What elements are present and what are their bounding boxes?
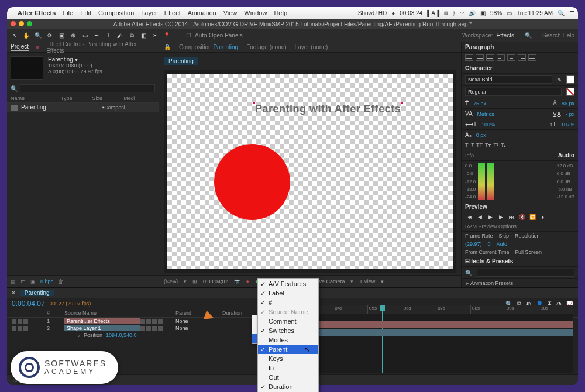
- playhead[interactable]: [382, 305, 383, 373]
- text-layer[interactable]: Parenting with After Effects: [255, 103, 401, 115]
- submenu-in[interactable]: In: [258, 363, 318, 373]
- mute-button[interactable]: 🔇: [518, 214, 526, 221]
- bpc-button[interactable]: 8 bpc: [40, 278, 53, 284]
- shape-tool[interactable]: ▭: [81, 32, 89, 40]
- tab-effect-controls[interactable]: Effect Controls Parenting with After Eff…: [46, 41, 155, 54]
- timeline-col[interactable]: [12, 310, 47, 316]
- tab-layer[interactable]: Layer (none): [295, 44, 328, 50]
- prev-frame-button[interactable]: ◀: [476, 214, 484, 221]
- kerning-field[interactable]: Metrics: [477, 111, 494, 117]
- parent-dropdown[interactable]: None: [176, 318, 222, 324]
- lock-icon[interactable]: 🔒: [164, 44, 171, 50]
- stroke-swatch[interactable]: [566, 88, 574, 96]
- align-right-icon[interactable]: [486, 54, 494, 61]
- notifications-icon[interactable]: ☰: [569, 10, 574, 16]
- views-dropdown[interactable]: 1 View: [359, 278, 375, 284]
- resolution-field[interactable]: Auto: [497, 241, 508, 247]
- justify-right-icon[interactable]: [518, 54, 526, 61]
- comp-breadcrumb[interactable]: Parenting: [164, 57, 198, 65]
- loop-button[interactable]: 🔁: [528, 214, 536, 221]
- subscript-button[interactable]: T₁: [501, 142, 507, 148]
- menu-layer[interactable]: Layer: [141, 9, 157, 16]
- current-time-field[interactable]: 0:00:04:07: [12, 300, 45, 308]
- wifi-icon[interactable]: ⌔: [460, 10, 464, 16]
- menu-window[interactable]: Window: [244, 9, 267, 16]
- next-frame-button[interactable]: ▶: [497, 214, 505, 221]
- font-style-dropdown[interactable]: Regular: [465, 88, 562, 96]
- selection-tool[interactable]: ↖: [11, 32, 19, 40]
- display-icon[interactable]: ▣: [480, 10, 486, 16]
- vscale-field[interactable]: 107%: [561, 122, 574, 128]
- rotate-tool[interactable]: ⟳: [46, 32, 54, 40]
- panel-character[interactable]: Character: [465, 65, 493, 71]
- adobe-icon[interactable]: ▌A▐: [427, 10, 439, 16]
- project-col[interactable]: Type: [61, 95, 92, 101]
- italic-button[interactable]: T: [471, 142, 474, 148]
- clone-tool[interactable]: ⧉: [128, 32, 136, 40]
- layer-name[interactable]: Shape Layer 1: [64, 325, 140, 331]
- eyedropper-icon[interactable]: ✎: [557, 77, 562, 83]
- justify-center-icon[interactable]: [507, 54, 515, 61]
- full-screen-check[interactable]: Full Screen: [515, 249, 542, 255]
- timeline-col[interactable]: Source Name: [64, 310, 140, 316]
- justify-all-icon[interactable]: [528, 54, 536, 61]
- submenu-switches[interactable]: Switches: [258, 326, 318, 335]
- menu-animation[interactable]: Animation: [188, 9, 216, 16]
- project-item[interactable]: Parenting ▪ Composi...: [7, 103, 159, 112]
- ram-options-dropdown[interactable]: RAM Preview Options: [465, 223, 517, 229]
- snapshot-icon[interactable]: 📷: [234, 278, 240, 284]
- panel-preview[interactable]: Preview: [465, 204, 487, 210]
- panel-info[interactable]: Info: [465, 153, 474, 159]
- project-col[interactable]: Medi: [123, 95, 155, 101]
- pan-behind-tool[interactable]: ⊕: [69, 32, 77, 40]
- roto-tool[interactable]: ✂: [151, 32, 159, 40]
- align-left-icon[interactable]: [465, 54, 473, 61]
- menu-view[interactable]: View: [223, 9, 238, 16]
- timeline-col[interactable]: [140, 310, 176, 316]
- solo-toggle[interactable]: [23, 319, 28, 324]
- timecode-display[interactable]: 0;00;04;07: [203, 278, 228, 284]
- menu-file[interactable]: File: [63, 9, 73, 16]
- dropbox-icon[interactable]: ⧈: [444, 9, 448, 16]
- ruler-icon[interactable]: ⊞: [192, 278, 197, 284]
- tab-footage[interactable]: Footage (none): [246, 44, 286, 50]
- camera-tool[interactable]: ▣: [57, 32, 66, 40]
- submenu-out[interactable]: Out: [258, 373, 318, 382]
- parent-dropdown[interactable]: None: [176, 325, 222, 331]
- window-minimize[interactable]: [19, 21, 24, 26]
- justify-left-icon[interactable]: [497, 54, 505, 61]
- layer-name[interactable]: Parenti...er Effects: [64, 318, 140, 324]
- channel-icon[interactable]: ●: [246, 278, 249, 284]
- menu-effect[interactable]: Effect: [164, 9, 181, 16]
- hscale-field[interactable]: 100%: [481, 122, 495, 128]
- align-center-icon[interactable]: [476, 54, 484, 61]
- spotlight-icon[interactable]: 🔍: [558, 10, 565, 16]
- workspace-dropdown[interactable]: Effects: [497, 32, 514, 39]
- zoom-dropdown[interactable]: (63%): [164, 278, 178, 284]
- audio-toggle[interactable]: [18, 319, 22, 324]
- window-maximize[interactable]: [27, 21, 32, 26]
- comp-thumbnail[interactable]: [11, 56, 43, 80]
- baseline-field[interactable]: 0 px: [476, 132, 486, 138]
- submenu-duration[interactable]: Duration: [258, 382, 318, 391]
- smallcaps-button[interactable]: Tᴛ: [485, 142, 491, 148]
- bold-button[interactable]: T: [465, 142, 469, 148]
- interpret-icon[interactable]: ▤: [11, 278, 16, 284]
- timeline-col[interactable]: Parent: [176, 310, 222, 316]
- submenu-keys[interactable]: Keys: [258, 354, 318, 363]
- submenu-label[interactable]: Label: [258, 288, 318, 298]
- new-comp-icon[interactable]: ▣: [30, 278, 36, 284]
- app-menu[interactable]: After Effects: [18, 9, 56, 16]
- hand-tool[interactable]: ✋: [22, 32, 30, 40]
- composition-viewer[interactable]: Parenting with After Effects: [164, 70, 456, 273]
- project-col[interactable]: Name: [11, 95, 61, 101]
- brush-tool[interactable]: 🖌: [116, 32, 124, 40]
- bluetooth-icon[interactable]: ᛒ: [452, 10, 456, 16]
- submenu-a-v-features[interactable]: A/V Features: [258, 279, 318, 288]
- skip-field[interactable]: 0: [488, 241, 491, 247]
- font-size-field[interactable]: 75 px: [473, 101, 486, 106]
- effects-search-input[interactable]: [477, 269, 574, 277]
- menu-edit[interactable]: Edit: [80, 9, 91, 16]
- project-col[interactable]: Size: [92, 95, 124, 101]
- auto-open-panels-check[interactable]: Auto-Open Panels: [195, 32, 243, 39]
